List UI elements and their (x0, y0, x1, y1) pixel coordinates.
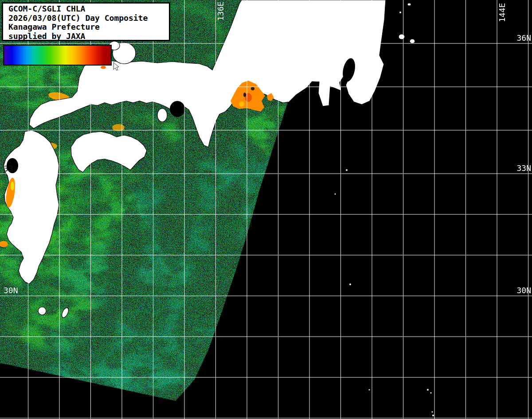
lat-label-33n-right: 33N (505, 164, 531, 172)
lat-label-36n-right: 36N (505, 34, 531, 42)
title-date: 2026/03/08(UTC) Day Composite (8, 14, 169, 23)
lon-label-144e: 144E (498, 3, 506, 22)
cloud-patch (399, 34, 405, 39)
title-supplier: supplied by JAXA (8, 32, 169, 41)
land-yakushima-island (38, 307, 46, 315)
title-region: Kanagawa Prefecture (8, 23, 169, 32)
osaka-bay (170, 101, 185, 117)
lon-label-136e: 136E (217, 2, 225, 21)
data-speck-orange (101, 66, 106, 69)
satellite-map-stage: GCOM-C/SGLI CHLA 2026/03/08(UTC) Day Com… (0, 0, 532, 419)
cloud-patch (410, 39, 415, 43)
title-box: GCOM-C/SGLI CHLA 2026/03/08(UTC) Day Com… (2, 2, 170, 41)
title-product: GCOM-C/SGLI CHLA (8, 4, 169, 14)
lat-label-30n-left: 30N (4, 287, 18, 295)
land-awaji-island (157, 109, 167, 122)
cloud-patch (407, 3, 411, 6)
lat-label-30n-right: 30N (505, 287, 531, 295)
lat-label-33-left: 33 (4, 165, 13, 173)
chla-colorbar (3, 45, 112, 66)
